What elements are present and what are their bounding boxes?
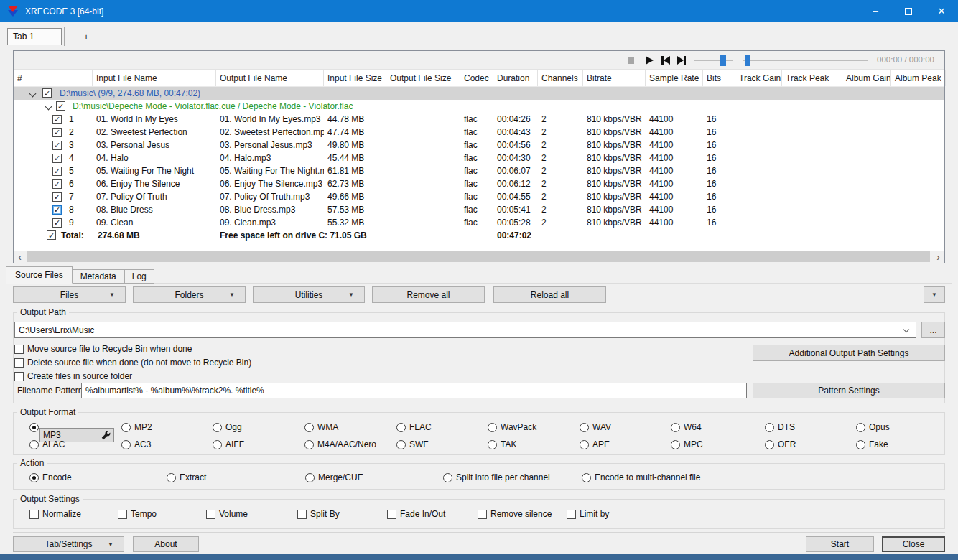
setting-remove-silence[interactable]: Remove silence xyxy=(478,508,552,520)
setting-split-by[interactable]: Split By xyxy=(297,508,340,520)
about-button[interactable]: About xyxy=(133,536,199,552)
col-header-bits[interactable]: Bits xyxy=(703,70,735,86)
seek-slider[interactable] xyxy=(743,60,868,61)
format-option-flac[interactable]: FLAC xyxy=(396,421,432,433)
setting-tempo[interactable]: Tempo xyxy=(118,508,157,520)
col-header-album-gain[interactable]: Album Gain xyxy=(842,70,891,86)
row-checkbox[interactable]: ✓ xyxy=(52,115,62,124)
tab-source-files[interactable]: Source Files xyxy=(6,266,73,284)
option-create-in-source-folder[interactable]: Create files in source folder xyxy=(14,370,132,382)
filename-pattern-input[interactable]: %albumartist% - %album%\%track2%. %title… xyxy=(81,383,747,398)
action-option-split-per-channel[interactable]: Split into file per channel xyxy=(443,472,550,483)
format-option-wavpack[interactable]: WavPack xyxy=(488,421,536,433)
scroll-left-arrow[interactable]: ‹ xyxy=(14,251,26,263)
format-option-fake[interactable]: Fake xyxy=(856,439,888,450)
format-option-aiff[interactable]: AIFF xyxy=(213,439,244,450)
col-header-output-file-size[interactable]: Output File Size xyxy=(386,70,460,86)
group-row-root[interactable]: ✓ D:\music\ (9/9, 274.68 MB, 00:47:02) xyxy=(14,87,944,100)
col-header-track-peak[interactable]: Track Peak xyxy=(782,70,842,86)
format-option-w64[interactable]: W64 xyxy=(671,421,702,433)
col-header-album-peak[interactable]: Album Peak xyxy=(891,70,946,86)
table-row[interactable]: ✓ 3 03. Personal Jesus 03. Personal Jesu… xyxy=(14,139,944,151)
close-window-button[interactable]: ✕ xyxy=(925,0,958,22)
format-option-alac[interactable]: ALAC xyxy=(29,439,65,450)
format-option-ofr[interactable]: OFR xyxy=(765,439,796,450)
col-header-input-file-size[interactable]: Input File Size xyxy=(324,70,386,86)
utilities-button[interactable]: Utilities▼ xyxy=(253,286,365,303)
folders-button[interactable]: Folders▼ xyxy=(133,286,246,303)
group-checkbox[interactable]: ✓ xyxy=(42,88,52,98)
format-option-wma[interactable]: WMA xyxy=(304,421,338,433)
row-checkbox[interactable]: ✓ xyxy=(52,205,62,215)
row-checkbox[interactable]: ✓ xyxy=(52,154,62,163)
table-row[interactable]: ✓ 6 06. Enjoy The Silence 06. Enjoy The … xyxy=(14,177,944,190)
more-options-button[interactable]: ▼ xyxy=(924,286,945,303)
col-header-track-gain[interactable]: Track Gain xyxy=(735,70,782,86)
format-option-ape[interactable]: APE xyxy=(580,439,610,450)
output-path-combobox[interactable]: C:\Users\Erix\Music xyxy=(14,322,916,338)
col-header-duration[interactable]: Duration xyxy=(493,70,538,86)
total-checkbox[interactable]: ✓ xyxy=(47,230,56,240)
option-delete-source-file[interactable]: Delete source file when done (do not mov… xyxy=(14,357,251,368)
col-header-codec[interactable]: Codec xyxy=(460,70,493,86)
row-checkbox[interactable]: ✓ xyxy=(52,128,62,137)
seek-slider-thumb[interactable] xyxy=(745,55,750,66)
additional-output-path-settings-button[interactable]: Additional Output Path Settings xyxy=(753,345,945,361)
action-option-multi-channel[interactable]: Encode to multi-channel file xyxy=(582,472,700,483)
stop-button[interactable] xyxy=(624,54,637,67)
format-option-tak[interactable]: TAK xyxy=(488,439,516,450)
format-option-swf[interactable]: SWF xyxy=(396,439,429,450)
close-button[interactable]: Close xyxy=(882,536,945,552)
action-option-encode[interactable]: Encode xyxy=(29,472,72,483)
table-row[interactable]: ✓ 8 08. Blue Dress 08. Blue Dress.mp3 57… xyxy=(14,203,944,216)
format-option-ac3[interactable]: AC3 xyxy=(121,439,151,450)
row-checkbox[interactable]: ✓ xyxy=(52,218,62,228)
format-option-dts[interactable]: DTS xyxy=(765,421,795,433)
format-option-mpc[interactable]: MPC xyxy=(671,439,703,450)
col-header-input-file-name[interactable]: Input File Name xyxy=(93,70,216,86)
format-option-mp3[interactable] xyxy=(29,421,39,433)
format-option-mp2[interactable]: MP2 xyxy=(121,421,152,433)
remove-all-button[interactable]: Remove all xyxy=(372,286,485,303)
format-option-opus[interactable]: Opus xyxy=(856,421,890,433)
volume-slider-thumb[interactable] xyxy=(720,55,726,66)
row-checkbox[interactable]: ✓ xyxy=(52,141,62,150)
play-button[interactable] xyxy=(643,54,656,67)
scrollbar-thumb[interactable] xyxy=(27,251,930,262)
maximize-button[interactable] xyxy=(892,0,925,22)
format-option-wav[interactable]: WAV xyxy=(580,421,611,433)
row-checkbox[interactable]: ✓ xyxy=(52,192,62,202)
action-option-merge-cue[interactable]: Merge/CUE xyxy=(305,472,363,483)
col-header-bitrate[interactable]: Bitrate xyxy=(583,70,646,86)
setting-limit-by[interactable]: Limit by xyxy=(567,508,609,520)
pattern-settings-button[interactable]: Pattern Settings xyxy=(753,383,945,398)
tab-1[interactable]: Tab 1 xyxy=(7,28,62,45)
row-checkbox[interactable]: ✓ xyxy=(52,179,62,189)
format-option-m4a[interactable]: M4A/AAC/Nero xyxy=(304,439,376,450)
reload-all-button[interactable]: Reload all xyxy=(493,286,606,303)
col-header-output-file-name[interactable]: Output File Name xyxy=(216,70,324,86)
table-row[interactable]: ✓ 7 07. Policy Of Truth 07. Policy Of Tr… xyxy=(14,190,944,203)
collapse-chevron-icon[interactable] xyxy=(45,103,52,111)
next-track-button[interactable] xyxy=(675,54,688,67)
volume-slider[interactable] xyxy=(694,60,733,61)
col-header-num[interactable]: # xyxy=(14,70,93,86)
table-row[interactable]: ✓ 5 05. Waiting For The Night 05. Waitin… xyxy=(14,164,944,177)
files-button[interactable]: Files▼ xyxy=(13,286,126,303)
action-option-extract[interactable]: Extract xyxy=(167,472,206,483)
horizontal-scrollbar[interactable]: ‹ › xyxy=(14,251,944,263)
row-checkbox[interactable]: ✓ xyxy=(52,167,62,176)
col-header-channels[interactable]: Channels xyxy=(538,70,583,86)
group-checkbox[interactable]: ✓ xyxy=(56,101,65,111)
table-row[interactable]: ✓ 2 02. Sweetest Perfection 02. Sweetest… xyxy=(14,126,944,139)
collapse-chevron-icon[interactable] xyxy=(29,90,37,98)
setting-fade-in-out[interactable]: Fade In/Out xyxy=(387,508,445,520)
tab-metadata[interactable]: Metadata xyxy=(73,269,124,284)
setting-normalize[interactable]: Normalize xyxy=(29,508,81,520)
browse-button[interactable]: ... xyxy=(921,322,945,338)
add-tab-button[interactable]: + xyxy=(74,28,98,45)
setting-volume[interactable]: Volume xyxy=(206,508,248,520)
start-button[interactable]: Start xyxy=(806,536,874,552)
group-row-album[interactable]: ✓ D:\music\Depeche Mode - Violator.flac.… xyxy=(14,100,944,113)
previous-track-button[interactable] xyxy=(659,54,672,67)
